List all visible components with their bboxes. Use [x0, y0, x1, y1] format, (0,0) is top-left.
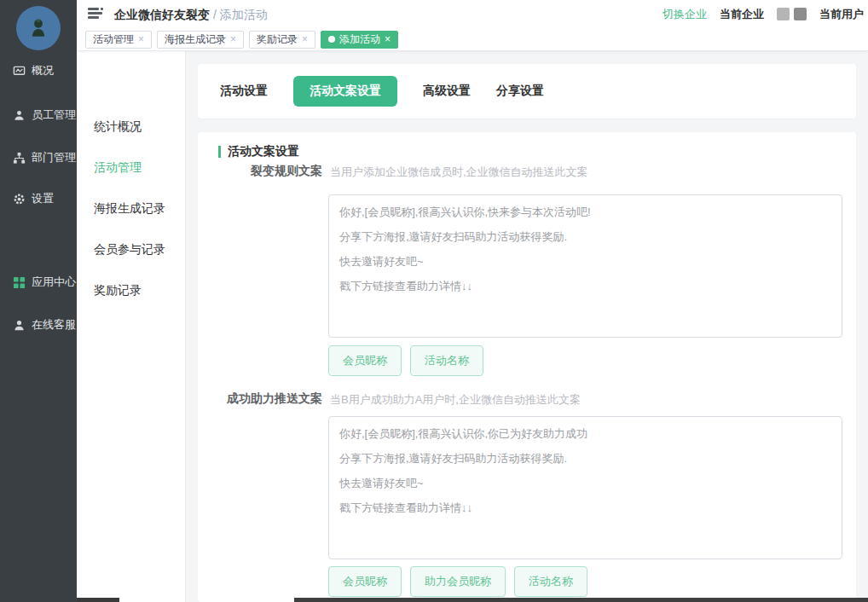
switch-company-link[interactable]: 切换企业	[663, 7, 707, 22]
top-header: 企业微信好友裂变 / 添加活动 切换企业 当前企业 当前用户	[77, 0, 868, 28]
insert-activity-name-button[interactable]: 活动名称	[410, 345, 483, 376]
breadcrumb-current: 添加活动	[220, 8, 268, 21]
company-avatar-redacted	[777, 8, 807, 20]
logo-emblem-icon	[26, 16, 50, 40]
tab-activity-copy-settings[interactable]: 活动文案设置	[293, 76, 397, 107]
bottom-cutoff-strip	[294, 598, 868, 602]
section-header: 活动文案设置	[218, 144, 299, 159]
assist-success-copy-label: 成功助力推送文案	[198, 391, 322, 407]
close-icon[interactable]: ×	[302, 34, 308, 44]
assist-success-copy-textarea[interactable]: 你好,[会员昵称],很高兴认识你,你已为好友助力成功 分享下方海报,邀请好友扫码…	[328, 416, 842, 559]
tag-label: 活动管理	[93, 32, 134, 47]
section-accent-bar	[218, 146, 221, 158]
submenu-item-reward-records[interactable]: 奖励记录	[94, 283, 142, 300]
close-icon[interactable]: ×	[385, 34, 391, 44]
current-company-label: 当前企业	[720, 7, 764, 22]
submenu-item-poster-records[interactable]: 海报生成记录	[94, 201, 165, 218]
submenu-item-member-participation[interactable]: 会员参与记录	[94, 242, 165, 259]
main-content: 活动设置 活动文案设置 高级设置 分享设置 活动文案设置 裂变规则文案 当用户添…	[186, 51, 868, 602]
sidebar-item-departments[interactable]: 部门管理	[0, 148, 77, 167]
tag-label: 海报生成记录	[165, 32, 226, 47]
sidebar-item-overview[interactable]: 概况	[0, 61, 77, 80]
settings-tabs-card: 活动设置 活动文案设置 高级设置 分享设置	[198, 64, 856, 119]
redacted-block	[794, 8, 807, 20]
close-icon[interactable]: ×	[138, 34, 144, 44]
employee-icon	[13, 109, 26, 122]
breadcrumb-root-link[interactable]: 企业微信好友裂变	[114, 8, 210, 21]
sidebar-item-label: 员工管理	[32, 107, 76, 123]
insert-member-nickname-button[interactable]: 会员昵称	[328, 345, 402, 376]
hamburger-icon[interactable]	[88, 8, 103, 20]
redacted-block	[777, 8, 790, 20]
app-logo[interactable]	[16, 6, 61, 50]
sidebar-item-employees[interactable]: 员工管理	[0, 106, 77, 124]
fission-rule-copy-hint: 当用户添加企业微信成员时,企业微信自动推送此文案	[330, 165, 588, 180]
submenu-item-stats-overview[interactable]: 统计概况	[94, 119, 142, 136]
sidebar-item-app-center[interactable]: 应用中心	[0, 273, 77, 292]
tag-label: 添加活动	[339, 32, 380, 47]
tag-reward-records[interactable]: 奖励记录 ×	[249, 31, 315, 49]
insert-member-nickname-button[interactable]: 会员昵称	[328, 566, 402, 597]
apps-icon	[13, 276, 26, 289]
bottom-cutoff-strip	[77, 598, 119, 602]
sidebar-item-label: 应用中心	[32, 275, 76, 290]
sidebar-item-label: 概况	[32, 63, 54, 78]
tag-label: 奖励记录	[257, 32, 298, 47]
tab-advanced-settings[interactable]: 高级设置	[423, 84, 471, 99]
tag-add-activity[interactable]: 添加活动 ×	[321, 31, 398, 49]
submenu-item-activity-management[interactable]: 活动管理	[94, 160, 142, 177]
close-icon[interactable]: ×	[230, 34, 236, 44]
sidebar-item-settings[interactable]: 设置	[0, 189, 77, 208]
secondary-sidebar: 统计概况 活动管理 海报生成记录 会员参与记录 奖励记录	[77, 51, 186, 602]
fission-rule-copy-label: 裂变规则文案	[198, 164, 322, 179]
sidebar-item-label: 在线客服	[32, 317, 76, 333]
breadcrumb: 企业微信好友裂变 / 添加活动	[114, 8, 268, 23]
sidebar-item-online-support[interactable]: 在线客服	[0, 315, 77, 334]
tab-share-settings[interactable]: 分享设置	[496, 84, 544, 99]
support-icon	[13, 319, 26, 332]
sidebar-item-label: 部门管理	[32, 150, 76, 165]
tag-activity-management[interactable]: 活动管理 ×	[85, 31, 152, 49]
insert-variable-buttons: 会员昵称 助力会员昵称 活动名称	[328, 566, 587, 597]
assist-success-copy-hint: 当B用户成功助力A用户时,企业微信自动推送此文案	[330, 392, 581, 408]
insert-variable-buttons: 会员昵称 活动名称	[328, 345, 483, 376]
section-title: 活动文案设置	[228, 144, 299, 159]
insert-assist-member-nickname-button[interactable]: 助力会员昵称	[410, 566, 506, 597]
header-actions: 切换企业 当前企业 当前用户	[663, 0, 864, 28]
tags-view-bar: 活动管理 × 海报生成记录 × 奖励记录 × 添加活动 ×	[77, 28, 868, 51]
copy-settings-card: 活动文案设置 裂变规则文案 当用户添加企业微信成员时,企业微信自动推送此文案 你…	[198, 132, 856, 602]
sidebar-item-label: 设置	[32, 191, 54, 206]
active-dot-icon	[328, 36, 335, 43]
breadcrumb-separator: /	[213, 8, 217, 21]
department-icon	[13, 152, 26, 165]
primary-sidebar: 概况 员工管理 部门管理 设置 应用中心	[0, 0, 77, 602]
tag-poster-records[interactable]: 海报生成记录 ×	[157, 31, 244, 49]
gear-icon	[13, 193, 26, 205]
fission-rule-copy-textarea[interactable]: 你好,[会员昵称],很高兴认识你,快来参与本次活动吧! 分享下方海报,邀请好友扫…	[328, 194, 842, 338]
dashboard-icon	[13, 65, 26, 78]
current-user-label: 当前用户	[819, 7, 864, 22]
insert-activity-name-button[interactable]: 活动名称	[514, 566, 587, 597]
tab-activity-settings[interactable]: 活动设置	[220, 84, 268, 99]
